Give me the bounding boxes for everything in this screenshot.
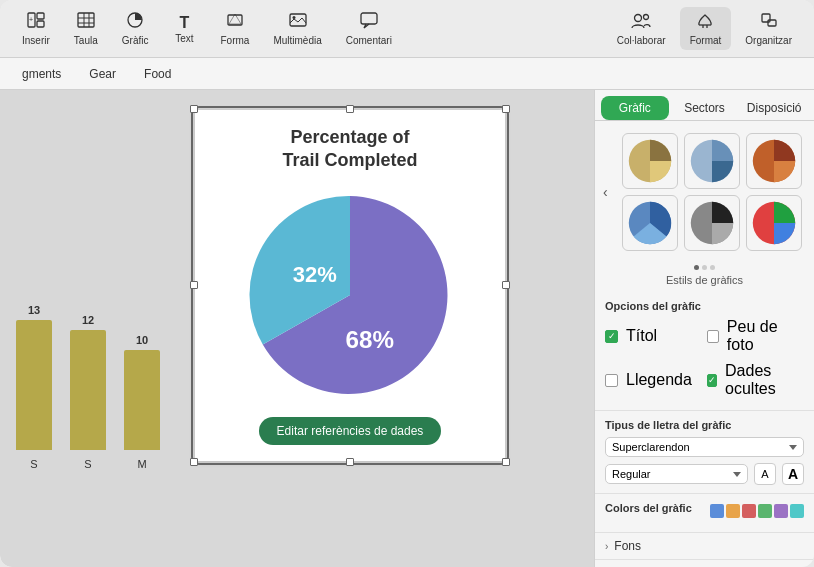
checkbox-titol[interactable]: ✓ Títol: [605, 318, 703, 354]
fons-label: Fons: [614, 539, 641, 553]
bar-val-1: 12: [82, 314, 94, 326]
handle-tl: [190, 105, 198, 113]
font-style-select[interactable]: Regular: [605, 464, 748, 484]
multimedia-icon: [288, 11, 308, 34]
font-size-large-btn[interactable]: A: [782, 463, 804, 485]
format-icon: [695, 11, 715, 34]
collab-label: Col·laborar: [617, 35, 666, 46]
swatch-4[interactable]: [774, 504, 788, 518]
swatch-5[interactable]: [790, 504, 804, 518]
swatch-1[interactable]: [726, 504, 740, 518]
tab-gear[interactable]: Gear: [75, 63, 130, 85]
checkbox-dades-box[interactable]: ✓: [707, 374, 718, 387]
dot-1: [702, 265, 707, 270]
handle-mr: [502, 281, 510, 289]
svg-text:+: +: [29, 16, 33, 23]
swatch-2[interactable]: [742, 504, 756, 518]
style-thumb-0[interactable]: [622, 133, 678, 189]
color-swatches: [710, 504, 804, 518]
style-thumb-3[interactable]: [622, 195, 678, 251]
style-thumb-1[interactable]: [684, 133, 740, 189]
bar-label-0: S: [30, 458, 37, 470]
checkbox-dades[interactable]: ✓ Dades ocultes: [707, 362, 805, 398]
opcions-section: Opcions del gràfic ✓ Títol Peu de foto L…: [595, 292, 814, 411]
style-thumb-4[interactable]: [684, 195, 740, 251]
svg-rect-2: [37, 21, 44, 27]
toolbar-organitzar[interactable]: Organitzar: [735, 7, 802, 50]
colors-row: Colors del gràfic: [605, 502, 804, 520]
fons-expand-icon: ›: [605, 541, 608, 552]
toolbar-multimedia[interactable]: Multimèdia: [263, 7, 331, 50]
handle-br: [502, 458, 510, 466]
bar-label-2: M: [137, 458, 146, 470]
style-thumb-2[interactable]: [746, 133, 802, 189]
svg-rect-4: [78, 13, 94, 27]
checkbox-peu[interactable]: Peu de foto: [707, 318, 805, 354]
swatch-3[interactable]: [758, 504, 772, 518]
toolbar-taula[interactable]: Taula: [64, 7, 108, 50]
bar-chart-container: 13 S 12 S 10 M: [0, 110, 180, 510]
prev-arrow[interactable]: ‹: [597, 182, 614, 202]
toolbar-format[interactable]: Format: [680, 7, 732, 50]
svg-point-13: [292, 16, 295, 19]
svg-rect-1: [37, 13, 44, 19]
text-label: Text: [175, 33, 193, 44]
svg-text:32%: 32%: [293, 262, 337, 287]
taula-label: Taula: [74, 35, 98, 46]
tab-gments[interactable]: gments: [8, 63, 75, 85]
comentari-icon: [359, 11, 379, 34]
bar-chart: 13 S 12 S 10 M: [0, 110, 180, 510]
pie-chart-wrapper[interactable]: Percentage of Trail Completed 68% 32% Ed…: [195, 110, 505, 461]
checkbox-llegenda-box[interactable]: [605, 374, 618, 387]
bar-val-0: 13: [28, 304, 40, 316]
toolbar-grafic[interactable]: Gràfic: [112, 7, 159, 50]
comentari-label: Comentari: [346, 35, 392, 46]
tabs-bar: gments Gear Food: [0, 58, 814, 90]
text-icon: T: [180, 14, 190, 32]
multimedia-label: Multimèdia: [273, 35, 321, 46]
fons-row[interactable]: › Fons: [595, 533, 814, 560]
colors-section: Colors del gràfic: [595, 494, 814, 533]
swatch-0[interactable]: [710, 504, 724, 518]
handle-bl: [190, 458, 198, 466]
panel-tab-sectors[interactable]: Sectors: [671, 96, 739, 120]
checkbox-peu-box[interactable]: [707, 330, 719, 343]
toolbar-left: + Inserir Taula Gràfic T Text: [12, 7, 607, 50]
tab-food[interactable]: Food: [130, 63, 185, 85]
checkboxes-grid: ✓ Títol Peu de foto Llegenda ✓ Dades ocu…: [605, 318, 804, 402]
panel-dots: [595, 265, 814, 270]
style-thumb-5[interactable]: [746, 195, 802, 251]
organitzar-label: Organitzar: [745, 35, 792, 46]
panel-tab-grafic[interactable]: Gràfic: [601, 96, 669, 120]
taula-icon: [76, 11, 96, 34]
toolbar-comentari[interactable]: Comentari: [336, 7, 402, 50]
font-title: Tipus de lletra del gràfic: [605, 419, 804, 431]
font-size-small-btn[interactable]: A: [754, 463, 776, 485]
toolbar-collab[interactable]: Col·laborar: [607, 8, 676, 50]
handle-tr: [502, 105, 510, 113]
font-name-select[interactable]: Superclarendon: [605, 437, 804, 457]
toolbar-inserir[interactable]: + Inserir: [12, 7, 60, 50]
panel-tab-disposicio[interactable]: Disposició: [740, 96, 808, 120]
style-thumbnails-section: ‹: [595, 121, 814, 292]
bar-1: [70, 330, 106, 450]
dot-2: [710, 265, 715, 270]
panel-tabs: Gràfic Sectors Disposició: [595, 90, 814, 121]
font-name-row: Superclarendon: [605, 437, 804, 457]
ombra-row[interactable]: › Ombra: [595, 560, 814, 567]
format-label: Format: [690, 35, 722, 46]
toolbar-text[interactable]: T Text: [162, 10, 206, 48]
pie-chart-title: Percentage of Trail Completed: [211, 126, 489, 173]
pie-chart-svg: 68% 32%: [240, 185, 460, 405]
svg-text:68%: 68%: [346, 326, 394, 353]
checkbox-titol-box[interactable]: ✓: [605, 330, 618, 343]
next-arrow[interactable]: ›: [810, 182, 814, 202]
canvas-area[interactable]: 13 S 12 S 10 M: [0, 90, 594, 567]
toolbar: + Inserir Taula Gràfic T Text: [0, 0, 814, 58]
bar-col-1: 12 S: [70, 314, 106, 470]
toolbar-forma[interactable]: Forma: [210, 7, 259, 50]
handle-bc: [346, 458, 354, 466]
edit-data-button[interactable]: Editar referències de dades: [259, 417, 442, 445]
bar-col-0: 13 S: [16, 304, 52, 470]
checkbox-llegenda[interactable]: Llegenda: [605, 362, 703, 398]
